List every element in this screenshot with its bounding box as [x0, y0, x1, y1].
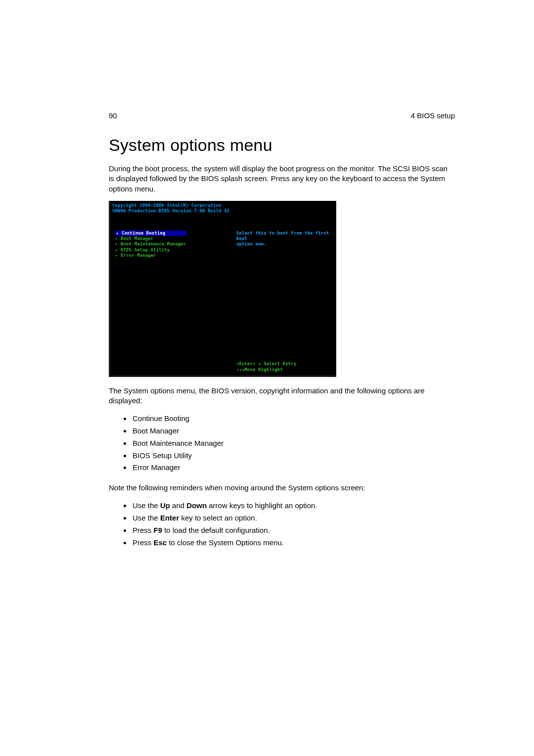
reminders-intro-paragraph: Note the following reminders when moving…: [109, 483, 455, 493]
options-list: Continue Booting Boot Manager Boot Maint…: [109, 413, 455, 474]
bios-item-boot-maintenance-manager[interactable]: ▸ Boot Maintenance Manager: [115, 241, 186, 247]
bios-item-label: Continue Booting: [122, 231, 165, 236]
bios-item-label: Boot Maintenance Manager: [121, 241, 186, 246]
intro-paragraph: During the boot process, the system will…: [109, 164, 455, 194]
page-number: 90: [109, 111, 117, 120]
bios-copyright: Copyright 1996-2006 Intel(R) Corporation: [112, 203, 229, 208]
bios-version: SHW40 Production BIOS Version 7.00 Build…: [112, 208, 229, 214]
bios-screenshot: Copyright 1996-2006 Intel(R) Corporation…: [109, 201, 336, 377]
page-header: 90 4 BIOS setup: [109, 111, 455, 120]
bios-item-label: BIOS Setup Utility: [121, 247, 170, 252]
bios-item-label: Boot Manager: [121, 236, 153, 241]
section-label: 4 BIOS setup: [411, 111, 455, 120]
list-item: BIOS Setup Utility: [132, 450, 455, 462]
bios-help-text: Select this to boot from the first boot …: [236, 231, 333, 247]
list-item: Press F9 to load the default configurati…: [132, 524, 455, 537]
list-item: Error Manager: [132, 462, 455, 474]
bios-copyright-block: Copyright 1996-2006 Intel(R) Corporation…: [112, 203, 229, 214]
bios-hint-enter: <Enter> = Select Entry: [236, 361, 296, 367]
bios-menu: ▸ Continue Booting ▸ Boot Manager ▸ Boot…: [115, 231, 186, 258]
bios-item-continue-booting[interactable]: ▸ Continue Booting: [115, 231, 186, 236]
bios-help-line1: Select this to boot from the first boot: [236, 231, 333, 242]
bios-item-bios-setup-utility[interactable]: ▸ BIOS Setup Utility: [115, 247, 186, 253]
bios-item-boot-manager[interactable]: ▸ Boot Manager: [115, 236, 186, 241]
options-intro-paragraph: The System options menu, the BIOS versio…: [109, 386, 455, 406]
list-item: Use the Enter key to select an option.: [132, 512, 455, 524]
list-item: Use the Up and Down arrow keys to highli…: [132, 500, 455, 512]
document-page: 90 4 BIOS setup System options menu Duri…: [0, 0, 534, 756]
list-item: Boot Maintenance Manager: [132, 437, 455, 450]
list-item: Press Esc to close the System Options me…: [132, 537, 455, 549]
list-item: Boot Manager: [132, 425, 455, 437]
bios-hint-arrows: ↑↓=Move Highlight: [236, 367, 296, 373]
bios-footer-hints: <Enter> = Select Entry ↑↓=Move Highlight: [236, 361, 296, 373]
page-title: System options menu: [109, 136, 455, 155]
list-item: Continue Booting: [132, 413, 455, 425]
reminders-list: Use the Up and Down arrow keys to highli…: [109, 500, 455, 549]
bios-item-label: Error Manager: [121, 253, 156, 258]
bios-item-error-manager[interactable]: ▸ Error Manager: [115, 253, 186, 258]
bios-help-line2: option now.: [236, 241, 333, 247]
